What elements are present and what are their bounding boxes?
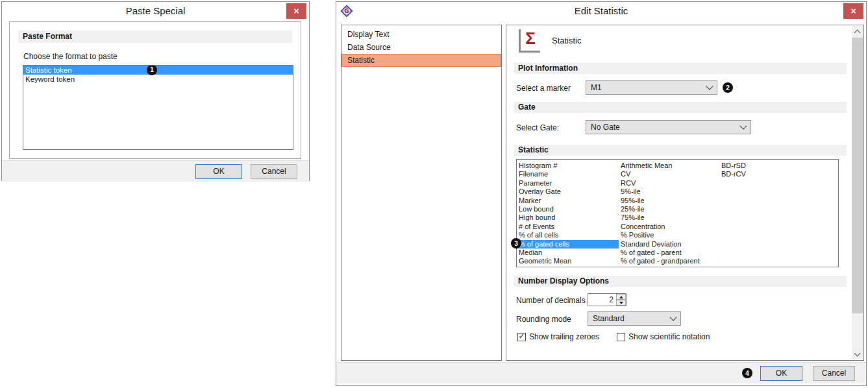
list-item-keyword-token[interactable]: Keyword token (23, 75, 293, 84)
scientific-notation-row: Show scientific notation (617, 332, 710, 341)
spinner-buttons (616, 294, 626, 306)
statistic-option[interactable]: Parameter (517, 179, 619, 188)
section-header-number-display: Number Display Options (514, 276, 847, 287)
ok-button[interactable]: OK (760, 366, 802, 381)
marker-label: Select a marker (516, 84, 571, 93)
annotation-badge-4: 4 (742, 368, 752, 378)
sigma-icon: Σ (519, 29, 540, 53)
statistic-option[interactable]: CV (619, 170, 719, 178)
triangle-up-icon (619, 296, 623, 298)
gate-label: Select Gate: (516, 123, 559, 132)
statistic-option[interactable]: RCV (619, 179, 719, 188)
section-header-plot-information: Plot Information (514, 63, 847, 74)
statistic-column-2: Arithmetic Mean CV RCV 5%-ile 95%-ile 25… (619, 162, 719, 266)
statistic-option[interactable]: BD-rSD (719, 162, 817, 170)
vertical-scrollbar[interactable] (852, 26, 863, 359)
sidebar-item-statistic[interactable]: Statistic (341, 54, 501, 67)
paste-special-titlebar: Paste Special × (2, 2, 309, 20)
statistic-option[interactable]: High bound (517, 213, 619, 222)
statistic-option[interactable]: % of all cells (517, 231, 619, 239)
dialog-footer: OK Cancel (2, 160, 309, 182)
statistic-option[interactable]: Histogram # (517, 162, 619, 170)
statistic-option[interactable]: Low bound (517, 205, 619, 213)
statistic-option[interactable]: Concentration (619, 223, 719, 231)
statistic-option[interactable]: 5%-ile (619, 188, 719, 196)
marker-dropdown-value: M1 (591, 83, 602, 92)
statistic-options-list: 3 Histogram # Filename Parameter Overlay… (516, 159, 839, 267)
list-item-label: Keyword token (25, 75, 75, 83)
dialog-title: Edit Statistic (336, 5, 866, 16)
spin-down-button[interactable] (616, 300, 626, 306)
statistic-option[interactable]: Overlay Gate (517, 188, 619, 196)
close-button[interactable]: × (286, 3, 306, 19)
statistic-option[interactable]: % Positive (619, 231, 719, 239)
statistic-option[interactable]: 95%-ile (619, 197, 719, 205)
statistic-option[interactable]: BD-rCV (719, 170, 817, 178)
statistic-option[interactable]: Geometric Mean (517, 257, 619, 265)
dialog-title: Paste Special (2, 5, 309, 16)
edit-statistic-titlebar: G Edit Statistic × (336, 2, 866, 20)
scientific-notation-label: Show scientific notation (628, 332, 710, 341)
settings-nav-sidebar: Display Text Data Source Statistic (341, 25, 502, 361)
group-title: Paste Format (18, 30, 292, 43)
marker-dropdown[interactable]: M1 (586, 80, 717, 95)
decimals-spinner[interactable]: 2 (588, 293, 626, 306)
rounding-dropdown[interactable]: Standard (588, 311, 681, 326)
scroll-down-button[interactable] (852, 348, 863, 359)
statistic-option[interactable]: Arithmetic Mean (619, 162, 719, 170)
close-button[interactable]: × (843, 3, 863, 19)
gate-dropdown[interactable]: No Gate (586, 120, 751, 134)
scrollbar-thumb[interactable] (852, 38, 863, 313)
chevron-up-icon (854, 29, 861, 36)
section-header-gate: Gate (514, 102, 847, 113)
panel-title: Statistic (552, 36, 582, 45)
rounding-dropdown-value: Standard (593, 314, 625, 323)
spin-up-button[interactable] (616, 294, 626, 300)
cancel-button[interactable]: Cancel (813, 366, 855, 381)
scientific-notation-checkbox[interactable] (617, 333, 625, 341)
close-icon: × (293, 6, 299, 16)
paste-special-dialog: Paste Special × Paste Format Choose the … (1, 1, 310, 181)
edit-statistic-dialog: G Edit Statistic × Display Text Data Sou… (336, 1, 867, 386)
dialog-footer: 4 OK Cancel (336, 362, 866, 383)
statistic-option[interactable]: Filename (517, 170, 619, 178)
rounding-label: Rounding mode (516, 315, 571, 324)
trailing-zeroes-row: ✓ Show trailing zeroes (517, 332, 599, 341)
sidebar-item-data-source[interactable]: Data Source (341, 41, 501, 54)
statistic-option[interactable]: 25%-ile (619, 205, 719, 213)
paste-format-groupbox: Paste Format Choose the format to paste … (9, 21, 301, 159)
triangle-down-icon (619, 302, 623, 304)
ok-button[interactable]: OK (195, 164, 242, 179)
statistic-option[interactable]: Median (517, 249, 619, 257)
trailing-zeroes-label: Show trailing zeroes (529, 332, 599, 341)
chevron-down-icon (854, 350, 861, 356)
statistic-option[interactable]: % of gated - parent (619, 249, 719, 257)
statistic-option[interactable]: # of Events (517, 223, 619, 231)
statistic-option[interactable]: Marker (517, 197, 619, 205)
trailing-zeroes-checkbox[interactable]: ✓ (517, 333, 526, 341)
sigma-glyph: Σ (525, 29, 536, 47)
statistic-settings-panel: Σ Statistic Plot Information Select a ma… (506, 25, 864, 361)
statistic-option[interactable]: Standard Deviation (619, 240, 719, 249)
paste-format-list: Statistic token 1 Keyword token (23, 65, 293, 150)
statistic-option[interactable]: % of gated - grandparent (619, 257, 719, 265)
chevron-down-icon (739, 122, 747, 129)
sidebar-item-display-text[interactable]: Display Text (341, 28, 501, 41)
prompt-label: Choose the format to paste (23, 52, 118, 61)
statistic-option-selected[interactable]: % of gated cells (517, 240, 619, 249)
scroll-up-button[interactable] (852, 26, 863, 37)
statistic-option[interactable]: 75%-ile (619, 213, 719, 222)
decimals-value: 2 (588, 294, 616, 306)
annotation-badge-2: 2 (723, 82, 733, 93)
chevron-down-icon (706, 82, 713, 90)
gate-dropdown-value: No Gate (591, 123, 620, 132)
chevron-down-icon (669, 313, 676, 321)
section-header-statistic: Statistic (514, 145, 847, 156)
annotation-badge-1: 1 (147, 65, 157, 75)
decimals-label: Number of decimals (516, 296, 586, 305)
list-item-statistic-token[interactable]: Statistic token 1 (23, 66, 293, 75)
check-icon: ✓ (518, 333, 525, 339)
list-item-label: Statistic token (25, 66, 72, 74)
cancel-button[interactable]: Cancel (251, 164, 297, 179)
annotation-badge-3: 3 (511, 238, 521, 249)
